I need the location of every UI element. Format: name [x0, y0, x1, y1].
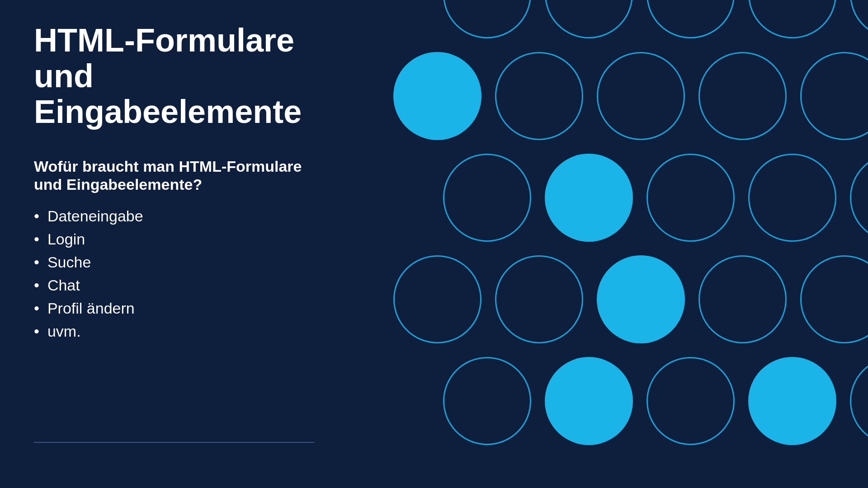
list-item-uvm: uvm.: [34, 323, 341, 340]
circle-r2c4: [698, 52, 787, 140]
circle-r3c3: [646, 154, 735, 242]
circle-r4c5: [800, 255, 868, 343]
content-area: HTML-Formulare und Eingabeelemente Wofür…: [34, 23, 341, 346]
decorative-circles: [326, 0, 868, 488]
circle-r2c1: [393, 52, 481, 140]
circle-r1c4: [748, 0, 836, 38]
slide: HTML-Formulare und Eingabeelemente Wofür…: [0, 0, 868, 488]
subtitle: Wofür braucht man HTML-Formulare und Ein…: [34, 157, 341, 194]
circle-r5c5: [850, 357, 868, 445]
list-item-dateneingabe: Dateneingabe: [34, 207, 341, 225]
divider-line: [34, 442, 314, 443]
list-item-login: Login: [34, 230, 341, 248]
circle-r1c3: [646, 0, 735, 38]
circle-r5c4: [748, 357, 836, 445]
list-item-profil: Profil ändern: [34, 300, 341, 317]
circle-r3c4: [748, 154, 836, 242]
main-title: HTML-Formulare und Eingabeelemente: [34, 23, 341, 130]
list-item-chat: Chat: [34, 277, 341, 294]
circle-r5c2: [545, 357, 633, 445]
circle-r2c2: [495, 52, 583, 140]
circle-r4c4: [698, 255, 787, 343]
circle-r1c5: [850, 0, 868, 38]
circle-r3c1: [443, 154, 531, 242]
circle-r2c3: [597, 52, 685, 140]
circle-r1c2: [545, 0, 633, 38]
circle-r2c5: [800, 52, 868, 140]
bullet-list: Dateneingabe Login Suche Chat Profil änd…: [34, 207, 341, 340]
list-item-suche: Suche: [34, 253, 341, 271]
circle-r1c1: [443, 0, 531, 38]
circle-r4c1: [393, 255, 481, 343]
circle-r5c3: [646, 357, 735, 445]
circle-r3c2: [545, 154, 633, 242]
circle-r4c2: [495, 255, 583, 343]
circle-r4c3: [597, 255, 685, 343]
circle-r5c1: [443, 357, 531, 445]
circle-r3c5: [850, 154, 868, 242]
